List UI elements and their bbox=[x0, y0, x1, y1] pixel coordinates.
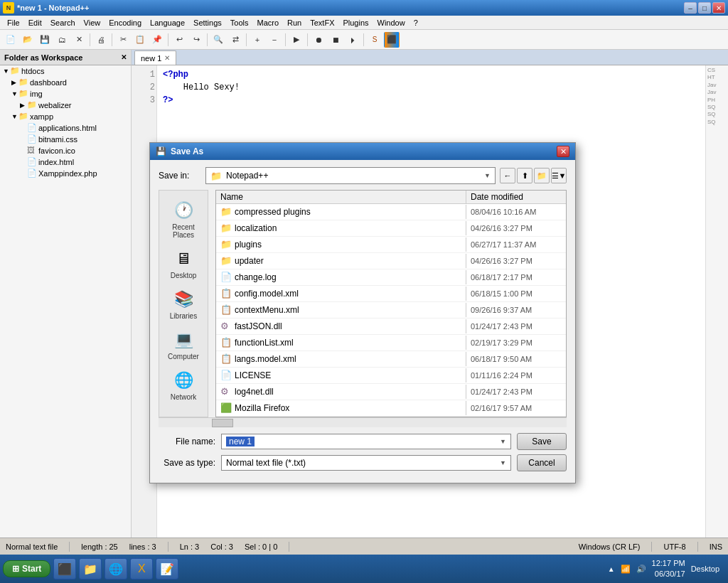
file-list-row[interactable]: 📋 langs.model.xml 06/18/17 9:50 AM bbox=[216, 351, 566, 368]
record-button[interactable]: ⏺ bbox=[311, 32, 326, 48]
taskbar-item-cmd[interactable]: ⬛ bbox=[53, 558, 76, 579]
nav-back-button[interactable]: ← bbox=[500, 168, 515, 183]
file-list-row[interactable]: ⚙ fastJSON.dll 01/24/17 2:43 PM bbox=[216, 319, 566, 335]
menu-window[interactable]: Window bbox=[373, 17, 410, 28]
show-desktop-arrow[interactable]: ▲ bbox=[608, 565, 615, 573]
menu-encoding[interactable]: Encoding bbox=[105, 17, 146, 28]
taskbar-item-xampp[interactable]: X bbox=[130, 558, 153, 579]
savetype-combo[interactable]: Normal text file (*.txt) ▼ bbox=[221, 455, 511, 471]
tab-close-btn[interactable]: ✕ bbox=[164, 54, 170, 62]
nav-item-computer[interactable]: 💻 Computer bbox=[161, 326, 205, 363]
clock[interactable]: 12:17 PM 06/30/17 bbox=[652, 558, 685, 580]
file-list-row[interactable]: 📋 contextMenu.xml 09/26/16 9:37 AM bbox=[216, 302, 566, 319]
menu-textfx[interactable]: TextFX bbox=[306, 17, 338, 28]
save-all-button[interactable]: 🗂 bbox=[54, 32, 70, 48]
file-list-row[interactable]: 📁 updater 04/26/16 3:27 PM bbox=[216, 253, 566, 269]
zoom-out-button[interactable]: − bbox=[267, 32, 282, 48]
new-folder-button[interactable]: 📁 bbox=[534, 168, 550, 183]
sidebar-item-img[interactable]: ▼ 📁 img bbox=[0, 88, 131, 100]
stop-record-button[interactable]: ⏹ bbox=[328, 32, 343, 48]
menu-view[interactable]: View bbox=[80, 17, 105, 28]
new-button[interactable]: 📄 bbox=[3, 32, 18, 48]
nav-up-button[interactable]: ⬆ bbox=[517, 168, 532, 183]
view-options-button[interactable]: ☰▼ bbox=[551, 168, 567, 183]
menu-run[interactable]: Run bbox=[283, 17, 306, 28]
nav-item-network[interactable]: 🌐 Network bbox=[161, 366, 205, 404]
file-list-row[interactable]: 📋 functionList.xml 02/19/17 3:29 PM bbox=[216, 335, 566, 351]
file-list-row[interactable]: 📁 compressed plugins 08/04/16 10:16 AM bbox=[216, 204, 566, 220]
sidebar-item-favicon[interactable]: ▶ 🖼 favicon.ico bbox=[0, 145, 131, 156]
column-name-header[interactable]: Name bbox=[216, 191, 466, 203]
playback-button[interactable]: ⏵ bbox=[345, 32, 360, 48]
file-list-container[interactable]: Name Date modified 📁 compressed plugins … bbox=[215, 190, 567, 417]
menu-search[interactable]: Search bbox=[46, 17, 80, 28]
network-icon: 🌐 bbox=[172, 369, 195, 392]
taskbar-item-explorer[interactable]: 📁 bbox=[79, 558, 102, 579]
replace-button[interactable]: ⇄ bbox=[228, 32, 243, 48]
menu-plugins[interactable]: Plugins bbox=[338, 17, 373, 28]
save-in-combo[interactable]: 📁 Notepad++ ▼ bbox=[205, 167, 496, 184]
menu-language[interactable]: Language bbox=[146, 17, 189, 28]
status-bar: Normal text file length : 25 lines : 3 L… bbox=[0, 537, 728, 555]
close-button[interactable]: ✕ bbox=[712, 2, 725, 14]
file-list-row[interactable]: 📄 change.log 06/18/17 2:17 PM bbox=[216, 269, 566, 286]
cut-button[interactable]: ✂ bbox=[115, 32, 131, 48]
filename-label: File name: bbox=[159, 437, 215, 446]
column-date-header[interactable]: Date modified bbox=[466, 191, 566, 203]
save-as-dialog[interactable]: 💾 Save As ✕ Save in: 📁 Notepad++ ▼ ← ⬆ 📁… bbox=[149, 142, 576, 483]
sidebar-item-dashboard[interactable]: ▶ 📁 dashboard bbox=[0, 77, 131, 88]
sidebar-item-applications-html[interactable]: ▶ 📄 applications.html bbox=[0, 122, 131, 134]
wordwrap-button[interactable]: S bbox=[367, 32, 382, 48]
file-list-row[interactable]: ⚙ Newtonsoft.Json.dll 01/24/17 2:43 PM bbox=[216, 417, 566, 417]
sidebar-item-htdocs[interactable]: ▼ 📁 htdocs bbox=[0, 65, 131, 77]
nav-item-desktop[interactable]: 🖥 Desktop bbox=[161, 245, 205, 282]
dialog-close-button[interactable]: ✕ bbox=[557, 146, 569, 157]
horizontal-scrollbar[interactable] bbox=[159, 417, 567, 427]
file-list-row[interactable]: 📄 LICENSE 01/11/16 2:24 PM bbox=[216, 368, 566, 384]
menu-file[interactable]: File bbox=[3, 17, 24, 28]
find-button[interactable]: 🔍 bbox=[210, 32, 226, 48]
copy-button[interactable]: 📋 bbox=[132, 32, 148, 48]
taskbar-item-notepad[interactable]: 📝 bbox=[156, 558, 178, 579]
file-list-row[interactable]: 🟩 Mozilla Firefox 02/16/17 9:57 AM bbox=[216, 400, 566, 417]
filename-input[interactable]: new 1 ▼ bbox=[221, 434, 511, 449]
zoom-in-button[interactable]: + bbox=[250, 32, 265, 48]
savetype-dropdown-arrow[interactable]: ▼ bbox=[500, 459, 506, 466]
save-button[interactable]: 💾 bbox=[37, 32, 53, 48]
sidebar-item-bitnami-css[interactable]: ▶ 📄 bitnami.css bbox=[0, 134, 131, 145]
filename-dropdown-arrow[interactable]: ▼ bbox=[500, 438, 506, 445]
open-button[interactable]: 📂 bbox=[20, 32, 36, 48]
file-list-row[interactable]: 📋 config.model.xml 06/18/15 1:00 PM bbox=[216, 286, 566, 302]
sidebar-item-webalizer[interactable]: ▶ 📁 webalizer bbox=[0, 100, 131, 111]
maximize-button[interactable]: □ bbox=[698, 2, 711, 14]
run-button[interactable]: ▶ bbox=[289, 32, 304, 48]
save-in-dropdown-arrow[interactable]: ▼ bbox=[484, 172, 491, 179]
color-button[interactable]: ⬛ bbox=[384, 32, 400, 48]
menu-macro[interactable]: Macro bbox=[252, 17, 283, 28]
dialog-save-button[interactable]: Save bbox=[517, 433, 567, 450]
menu-edit[interactable]: Edit bbox=[24, 17, 46, 28]
undo-button[interactable]: ↩ bbox=[171, 32, 187, 48]
redo-button[interactable]: ↪ bbox=[188, 32, 204, 48]
file-list-row[interactable]: ⚙ log4net.dll 01/24/17 2:43 PM bbox=[216, 384, 566, 400]
start-button[interactable]: ⊞ Start bbox=[3, 560, 50, 577]
taskbar-item-chrome[interactable]: 🌐 bbox=[105, 558, 127, 579]
sidebar-item-index-html[interactable]: ▶ 📄 index.html bbox=[0, 156, 131, 168]
file-list-row[interactable]: 📁 plugins 06/27/17 11:37 AM bbox=[216, 237, 566, 253]
tab-new1[interactable]: new 1 ✕ bbox=[134, 50, 176, 65]
minimize-button[interactable]: – bbox=[684, 2, 697, 14]
libraries-icon: 📚 bbox=[172, 288, 195, 311]
menu-tools[interactable]: Tools bbox=[226, 17, 253, 28]
nav-item-libraries[interactable]: 📚 Libraries bbox=[161, 285, 205, 323]
sidebar-item-xampp[interactable]: ▼ 📁 xampp bbox=[0, 111, 131, 122]
nav-item-recent-places[interactable]: 🕐 Recent Places bbox=[161, 196, 205, 242]
paste-button[interactable]: 📌 bbox=[149, 32, 165, 48]
sidebar-close-btn[interactable]: ✕ bbox=[121, 53, 127, 61]
dialog-cancel-button[interactable]: Cancel bbox=[517, 454, 567, 471]
menu-help[interactable]: ? bbox=[410, 17, 422, 28]
close-button[interactable]: ✕ bbox=[71, 32, 87, 48]
sidebar-item-xamppindex-php[interactable]: ▶ 📄 Xamppindex.php bbox=[0, 168, 131, 179]
print-button[interactable]: 🖨 bbox=[93, 32, 109, 48]
menu-settings[interactable]: Settings bbox=[189, 17, 226, 28]
file-list-row[interactable]: 📁 localization 04/26/16 3:27 PM bbox=[216, 220, 566, 237]
